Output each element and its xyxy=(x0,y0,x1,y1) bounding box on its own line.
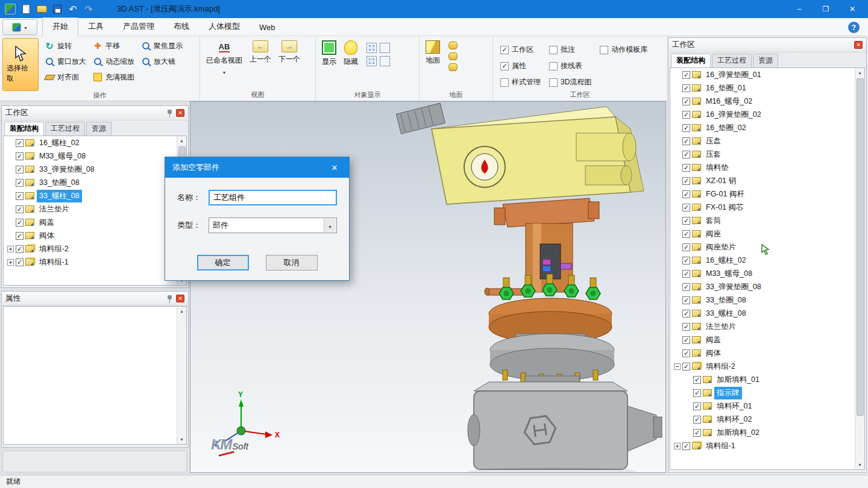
panel-tab[interactable]: 装配结构 xyxy=(671,54,711,67)
previous-view-button[interactable]: 上一个 xyxy=(246,38,275,67)
tree-checkbox[interactable] xyxy=(693,402,701,410)
tree-item-label[interactable]: 填料环_01 xyxy=(714,400,754,413)
tree-item-label[interactable]: 加斯填料_02 xyxy=(714,427,762,439)
select-pick-button[interactable]: 选择拾取 xyxy=(2,38,39,91)
tree-item[interactable]: + 填料组-1 xyxy=(670,439,864,452)
tree-item-label[interactable]: 阀座 xyxy=(703,228,723,240)
tree-checkbox[interactable] xyxy=(682,336,690,344)
flowchart-3d-checkbox[interactable]: 3D流程图 xyxy=(549,74,591,90)
tree-expander[interactable]: − xyxy=(674,363,681,370)
tree-item[interactable]: 33_弹簧垫圈_08 xyxy=(4,163,186,176)
new-document-button[interactable] xyxy=(18,2,34,16)
tree-expander[interactable]: + xyxy=(7,259,14,266)
fit-view-button[interactable]: 充满视图 xyxy=(89,69,137,85)
annotation-checkbox[interactable]: 批注 xyxy=(549,42,591,58)
scroll-up-arrow[interactable] xyxy=(178,136,186,145)
tree-checkbox[interactable] xyxy=(682,111,690,119)
save-button[interactable] xyxy=(49,2,65,16)
tree-checkbox[interactable] xyxy=(682,243,690,251)
focus-display-button[interactable]: 聚焦显示 xyxy=(137,38,186,54)
rotate-button[interactable]: 旋转 xyxy=(41,38,89,54)
tree-checkbox[interactable] xyxy=(682,177,690,185)
tree-item[interactable]: 16_弹簧垫圈_02 xyxy=(670,108,864,121)
tree-item-label[interactable]: 阀座垫片 xyxy=(703,241,738,254)
named-views-button[interactable]: 已命名视图 xyxy=(203,38,246,78)
help-button[interactable]: ? xyxy=(848,22,860,33)
tree-checkbox[interactable] xyxy=(16,258,24,266)
scrollbar[interactable] xyxy=(177,307,186,444)
tree-item[interactable]: − 填料组-2 xyxy=(670,360,864,373)
tree-item-label[interactable]: 阀体 xyxy=(703,347,723,360)
tree-checkbox[interactable] xyxy=(16,139,24,147)
tree-item-label[interactable]: M33_螺母_08 xyxy=(703,267,755,280)
tree-item[interactable]: 阀体 xyxy=(4,229,186,242)
tree-item-label[interactable]: 法兰垫片 xyxy=(37,203,72,216)
ground-button[interactable]: 地面 xyxy=(422,38,444,68)
tree-item[interactable]: M16_螺母_02 xyxy=(670,95,864,108)
tree-item[interactable]: 阀体 xyxy=(670,346,864,360)
tree-item-label[interactable]: 套筒 xyxy=(703,214,723,227)
scroll-up-arrow[interactable] xyxy=(178,307,186,316)
display-option-icon[interactable] xyxy=(366,56,377,66)
tree-item-label[interactable]: 压盘 xyxy=(703,135,723,148)
minimize-button[interactable]: – xyxy=(786,1,813,17)
display-option-icon[interactable] xyxy=(380,43,390,53)
tree-item-label[interactable]: 法兰垫片 xyxy=(703,321,738,333)
tree-checkbox[interactable] xyxy=(16,166,24,174)
scroll-thumb[interactable] xyxy=(857,78,864,416)
tree-item[interactable]: + 填料组-1 xyxy=(4,255,186,269)
next-view-button[interactable]: 下一个 xyxy=(275,38,304,67)
magnifier-button[interactable]: 放大镜 xyxy=(137,54,186,69)
ground-option-icon[interactable] xyxy=(448,63,458,71)
tree-item-label[interactable]: FG-01 阀杆 xyxy=(703,188,747,201)
tree-item[interactable]: 16_垫圈_01 xyxy=(670,81,864,95)
scroll-down-arrow[interactable] xyxy=(178,435,186,444)
undo-button[interactable] xyxy=(65,2,81,16)
tree-item-label[interactable]: 填料组-1 xyxy=(37,256,71,269)
tree-item-label[interactable]: 加斯填料_01 xyxy=(714,374,762,386)
tree-item-label[interactable]: M33_螺母_08 xyxy=(37,150,88,163)
tree-item-label[interactable]: 33_螺柱_08 xyxy=(703,307,749,320)
tree-item[interactable]: 加斯填料_01 xyxy=(670,373,864,386)
tree-item[interactable]: 33_螺柱_08 xyxy=(4,189,186,202)
app-menu-button[interactable] xyxy=(2,19,37,35)
workspace-checkbox[interactable]: 工作区 xyxy=(500,42,541,58)
tree-item[interactable]: 加斯填料_02 xyxy=(670,426,864,439)
tree-expander[interactable]: + xyxy=(7,246,14,252)
properties-checkbox[interactable]: 属性 xyxy=(500,58,541,74)
tree-checkbox[interactable] xyxy=(682,217,690,225)
tree-checkbox[interactable] xyxy=(16,192,24,200)
tree-item[interactable]: 压盘 xyxy=(670,134,864,148)
redo-button[interactable] xyxy=(81,2,96,16)
tree-checkbox[interactable] xyxy=(16,205,24,213)
tree-item-label[interactable]: 填料组-2 xyxy=(703,360,738,373)
panel-close-button[interactable] xyxy=(176,109,184,117)
panel-tab[interactable]: 工艺过程 xyxy=(712,54,752,67)
tree-checkbox[interactable] xyxy=(682,71,690,79)
tree-item[interactable]: 33_垫圈_08 xyxy=(4,176,186,189)
tree-item[interactable]: 填料环_01 xyxy=(670,399,864,413)
scrollbar[interactable] xyxy=(855,68,864,469)
action-template-checkbox[interactable]: 动作模板库 xyxy=(600,42,647,58)
name-input[interactable] xyxy=(209,190,337,205)
tree-checkbox[interactable] xyxy=(682,151,690,158)
ground-option-icon[interactable] xyxy=(448,42,458,49)
display-option-icon[interactable] xyxy=(366,43,377,53)
ribbon-tab[interactable]: Web xyxy=(250,20,285,36)
tree-item[interactable]: 指示牌 xyxy=(670,386,864,399)
tree-item-label[interactable]: 填料组-2 xyxy=(37,243,71,255)
tree-item-label[interactable]: 33_垫圈_08 xyxy=(37,177,82,189)
close-button[interactable]: ✕ xyxy=(839,1,866,17)
show-button[interactable]: 显示 xyxy=(318,38,340,69)
tree-checkbox[interactable] xyxy=(693,416,701,424)
tree-checkbox[interactable] xyxy=(682,98,690,105)
tree-item[interactable]: M33_螺母_08 xyxy=(4,149,186,163)
ground-option-icon[interactable] xyxy=(448,52,458,60)
window-zoom-button[interactable]: 窗口放大 xyxy=(41,54,89,69)
tree-item-label[interactable]: FX-01 阀芯 xyxy=(703,201,746,214)
tree-item[interactable]: 16_螺柱_02 xyxy=(4,136,186,149)
tree-item-label[interactable]: 填料组-1 xyxy=(703,440,738,452)
ok-button[interactable]: 确定 xyxy=(197,255,249,271)
tree-item-label[interactable]: 阀盖 xyxy=(37,216,57,229)
pan-button[interactable]: 平移 xyxy=(89,38,137,54)
